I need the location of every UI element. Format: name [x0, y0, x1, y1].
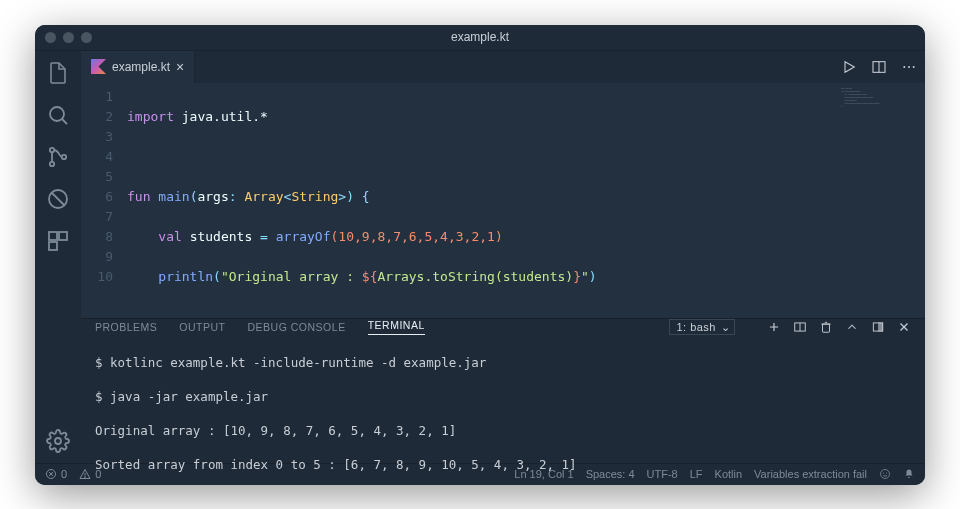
- kill-terminal-icon[interactable]: [819, 320, 833, 334]
- split-editor-icon[interactable]: [871, 59, 887, 75]
- code-content[interactable]: import java.util.* fun main(args: Array<…: [127, 83, 925, 318]
- minimap[interactable]: ▬▬▬ ▬▬▬▬▬▬▬ ▬▬▬▬▬▬▬▬▬▬▬▬▬ ▬▬ ▬▬▬▬▬▬▬▬▬▬▬…: [841, 87, 921, 147]
- svg-point-10: [55, 438, 61, 444]
- tab-filename: example.kt: [112, 60, 170, 74]
- tab-debug-console[interactable]: DEBUG CONSOLE: [248, 321, 346, 333]
- close-panel-icon[interactable]: [897, 320, 911, 334]
- status-errors[interactable]: 0: [45, 468, 67, 480]
- source-control-icon[interactable]: [46, 145, 70, 169]
- search-icon[interactable]: [46, 103, 70, 127]
- settings-gear-icon[interactable]: [46, 429, 70, 453]
- svg-line-1: [62, 119, 67, 124]
- code-editor[interactable]: 1 2 3 4 5 6 7 8 9 10 import java.util.* …: [81, 83, 925, 318]
- debug-icon[interactable]: [46, 187, 70, 211]
- svg-rect-8: [59, 232, 67, 240]
- svg-line-6: [52, 193, 64, 205]
- svg-point-0: [50, 107, 64, 121]
- svg-point-2: [50, 147, 54, 151]
- extensions-icon[interactable]: [46, 229, 70, 253]
- titlebar[interactable]: example.kt: [35, 25, 925, 51]
- tab-problems[interactable]: PROBLEMS: [95, 321, 157, 333]
- close-icon[interactable]: ×: [176, 59, 184, 75]
- svg-marker-11: [845, 61, 854, 72]
- maximize-panel-icon[interactable]: [845, 320, 859, 334]
- main-area: example.kt × 1: [35, 51, 925, 463]
- window: example.kt: [35, 25, 925, 485]
- tab-terminal[interactable]: TERMINAL: [368, 319, 425, 335]
- tab-output[interactable]: OUTPUT: [179, 321, 225, 333]
- tab-bar: example.kt ×: [81, 51, 925, 83]
- window-title: example.kt: [35, 30, 925, 44]
- editor-tab[interactable]: example.kt ×: [81, 51, 195, 83]
- svg-point-4: [62, 154, 66, 158]
- split-terminal-icon[interactable]: [793, 320, 807, 334]
- activity-bar: [35, 51, 81, 463]
- svg-rect-9: [49, 242, 57, 250]
- new-terminal-icon[interactable]: [767, 320, 781, 334]
- terminal-output[interactable]: $ kotlinc example.kt -include-runtime -d…: [81, 335, 925, 485]
- kotlin-file-icon: [91, 59, 106, 74]
- svg-point-14: [903, 66, 905, 68]
- editor-actions: [841, 59, 917, 75]
- svg-rect-7: [49, 232, 57, 240]
- svg-point-15: [908, 66, 910, 68]
- more-icon[interactable]: [901, 59, 917, 75]
- run-icon[interactable]: [841, 59, 857, 75]
- panel-tabs: PROBLEMS OUTPUT DEBUG CONSOLE TERMINAL 1…: [81, 319, 925, 335]
- line-gutter: 1 2 3 4 5 6 7 8 9 10: [81, 83, 127, 318]
- svg-point-3: [50, 161, 54, 165]
- svg-point-16: [913, 66, 915, 68]
- editor-area: example.kt × 1: [81, 51, 925, 463]
- panel-layout-icon[interactable]: [871, 320, 885, 334]
- svg-rect-24: [879, 322, 883, 330]
- explorer-icon[interactable]: [46, 61, 70, 85]
- bottom-panel: PROBLEMS OUTPUT DEBUG CONSOLE TERMINAL 1…: [81, 318, 925, 463]
- terminal-shell-select[interactable]: 1: bash ⌄: [669, 319, 735, 335]
